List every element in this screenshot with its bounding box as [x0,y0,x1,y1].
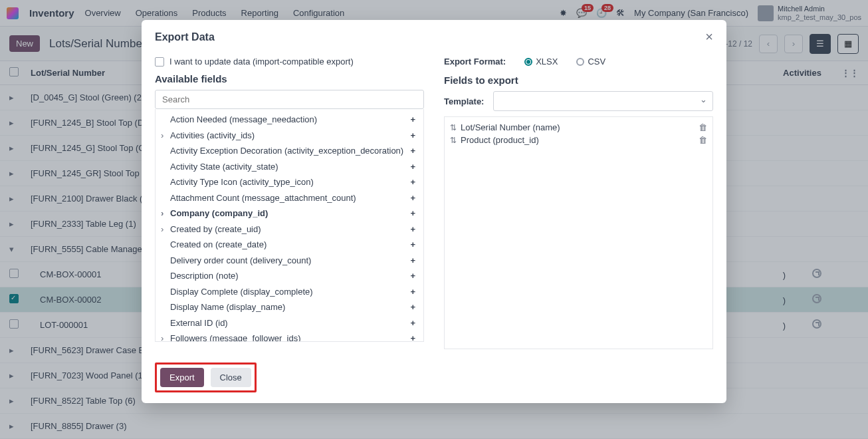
add-field-icon[interactable]: + [410,285,417,299]
export-dialog: Export Data × I want to update data (imp… [142,20,726,403]
available-field-item[interactable]: Display Name (display_name)+ [156,299,423,315]
chevron-right-icon[interactable]: › [161,223,163,236]
template-select[interactable] [493,91,713,111]
template-label: Template: [444,96,484,106]
fields-to-export-title: Fields to export [444,74,713,86]
available-field-item[interactable]: Description (note)+ [156,268,423,284]
import-compat-label: I want to update data (import-compatible… [169,57,354,67]
drag-handle-icon[interactable]: ⇅ [450,136,457,145]
add-field-icon[interactable]: + [410,129,417,142]
drag-handle-icon[interactable]: ⇅ [450,123,457,132]
add-field-icon[interactable]: + [410,269,417,283]
export-field-item[interactable]: ⇅Product (product_id)🗑 [450,134,707,146]
chevron-right-icon[interactable]: › [161,129,163,142]
available-field-item[interactable]: Activity Type Icon (activity_type_icon)+ [156,174,423,190]
trash-icon[interactable]: 🗑 [699,135,707,145]
search-input[interactable] [155,90,424,109]
close-button[interactable]: Close [211,368,251,387]
chevron-right-icon[interactable]: › [161,207,163,220]
format-csv-radio[interactable]: CSV [576,57,605,67]
available-field-item[interactable]: Attachment Count (message_attachment_cou… [156,190,423,206]
available-field-item[interactable]: Display Complete (display_complete)+ [156,284,423,300]
trash-icon[interactable]: 🗑 [699,122,707,132]
add-field-icon[interactable]: + [410,207,417,220]
available-field-item[interactable]: ›Followers (message_follower_ids)+ [156,331,423,342]
add-field-icon[interactable]: + [410,254,417,267]
available-fields-title: Available fields [155,73,424,84]
add-field-icon[interactable]: + [410,160,417,174]
footer-highlight: Export Close [155,363,257,392]
dialog-title: Export Data [155,31,215,43]
available-field-item[interactable]: Created on (create_date)+ [156,237,423,253]
format-xlsx-radio[interactable]: XLSX [524,57,558,67]
available-field-item[interactable]: Action Needed (message_needaction)+ [156,112,423,128]
available-field-item[interactable]: ›Activities (activity_ids)+ [156,128,423,144]
checkbox-icon [155,57,164,67]
export-format-label: Export Format: [444,57,506,67]
export-fields-list[interactable]: ⇅Lot/Serial Number (name)🗑⇅Product (prod… [444,116,713,349]
export-field-item[interactable]: ⇅Lot/Serial Number (name)🗑 [450,121,707,134]
available-field-item[interactable]: Activity State (activity_state)+ [156,159,423,175]
available-field-item[interactable]: ›Created by (create_uid)+ [156,221,423,237]
modal-overlay: Export Data × I want to update data (imp… [0,0,868,439]
add-field-icon[interactable]: + [410,113,417,126]
add-field-icon[interactable]: + [410,192,417,205]
import-compat-checkbox[interactable]: I want to update data (import-compatible… [155,57,424,67]
add-field-icon[interactable]: + [410,301,417,314]
available-field-item[interactable]: ›Company (company_id)+ [156,206,423,221]
export-button[interactable]: Export [160,368,204,387]
close-icon[interactable]: × [705,29,713,45]
chevron-right-icon[interactable]: › [161,332,163,342]
add-field-icon[interactable]: + [410,223,417,236]
add-field-icon[interactable]: + [410,238,417,251]
available-field-item[interactable]: Delivery order count (delivery_count)+ [156,253,423,269]
available-fields-list[interactable]: Action Needed (message_needaction)+›Acti… [155,109,424,342]
available-field-item[interactable]: Activity Exception Decoration (activity_… [156,143,423,159]
available-field-item[interactable]: External ID (id)+ [156,315,423,331]
add-field-icon[interactable]: + [410,317,417,330]
add-field-icon[interactable]: + [410,332,417,342]
add-field-icon[interactable]: + [410,144,417,158]
add-field-icon[interactable]: + [410,176,417,189]
